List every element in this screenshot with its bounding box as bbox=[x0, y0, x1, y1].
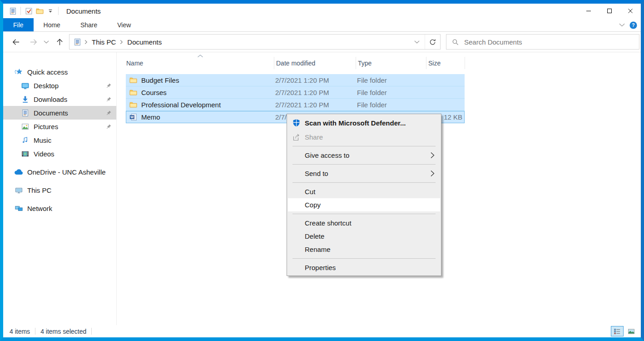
file-name-label: Memo bbox=[141, 113, 160, 121]
breadcrumb-chevron-icon[interactable] bbox=[84, 40, 88, 45]
sort-ascending-icon bbox=[197, 55, 203, 57]
submenu-chevron-icon bbox=[431, 152, 435, 159]
word-icon: W bbox=[129, 113, 137, 121]
breadcrumb-item-this-pc[interactable]: This PC bbox=[91, 38, 117, 46]
menu-item-send-to[interactable]: Send to bbox=[288, 167, 440, 180]
sidebar-item-music[interactable]: Music bbox=[3, 133, 116, 147]
pin-icon[interactable] bbox=[106, 83, 112, 89]
pin-icon[interactable] bbox=[106, 110, 112, 116]
sidebar-item-label: Documents bbox=[34, 109, 68, 117]
breadcrumb-item-documents[interactable]: Documents bbox=[126, 38, 163, 46]
column-headers: NameDate modifiedTypeSize bbox=[117, 57, 465, 69]
dropdown-caret-icon[interactable] bbox=[45, 5, 56, 16]
share-icon bbox=[292, 133, 305, 141]
address-dropdown-chevron-icon[interactable] bbox=[409, 35, 425, 49]
column-header-label: Type bbox=[358, 60, 372, 67]
pin-icon[interactable] bbox=[106, 124, 112, 130]
maximize-icon[interactable] bbox=[599, 4, 620, 18]
forward-arrow-icon[interactable] bbox=[27, 35, 40, 49]
menu-item-cut[interactable]: Cut bbox=[288, 185, 440, 198]
menu-item-rename[interactable]: Rename bbox=[288, 243, 440, 256]
status-bar: 4 items 4 items selected bbox=[3, 325, 641, 337]
menu-item-label: Cut bbox=[305, 188, 436, 196]
thumbnails-view-icon[interactable] bbox=[625, 326, 638, 336]
menu-separator bbox=[292, 182, 436, 183]
view-toggle-buttons bbox=[611, 326, 638, 336]
sidebar-item-videos[interactable]: Videos bbox=[3, 147, 116, 160]
sidebar-item-label: Desktop bbox=[34, 82, 59, 90]
file-name-label: Budget Files bbox=[141, 76, 179, 84]
submenu-chevron-icon bbox=[431, 170, 435, 177]
date-modified-cell: 2/7/2021 1:20 PM bbox=[274, 101, 356, 109]
menu-item-label: Scan with Microsoft Defender... bbox=[305, 119, 436, 127]
onedrive-icon bbox=[14, 168, 23, 176]
sidebar-item-label: Videos bbox=[34, 150, 54, 158]
pin-icon[interactable] bbox=[106, 96, 112, 102]
recent-locations-chevron-icon[interactable] bbox=[42, 35, 50, 49]
refresh-icon[interactable] bbox=[425, 35, 440, 49]
menu-item-share[interactable]: Share bbox=[288, 130, 440, 144]
column-header-type[interactable]: Type bbox=[356, 57, 426, 69]
file-row-budget-files[interactable]: Budget Files2/7/2021 1:20 PMFile folder bbox=[126, 74, 465, 86]
back-arrow-icon[interactable] bbox=[9, 35, 22, 49]
sidebar-item-pictures[interactable]: Pictures bbox=[3, 120, 116, 133]
address-bar[interactable]: This PCDocuments bbox=[69, 34, 441, 50]
up-arrow-icon[interactable] bbox=[53, 35, 66, 49]
close-icon[interactable] bbox=[620, 4, 641, 18]
details-view-icon[interactable] bbox=[611, 326, 624, 336]
menu-item-label: Share bbox=[305, 133, 436, 141]
statusbar-divider bbox=[91, 328, 92, 335]
menu-item-label: Delete bbox=[305, 232, 436, 240]
sidebar-item-documents[interactable]: Documents bbox=[3, 106, 116, 120]
context-menu: Scan with Microsoft Defender...ShareGive… bbox=[287, 114, 441, 276]
navigation-bar: This PCDocuments bbox=[3, 32, 641, 52]
column-header-name[interactable]: Name bbox=[126, 57, 274, 69]
file-name-label: Professional Development bbox=[141, 101, 221, 109]
help-icon[interactable]: ? bbox=[629, 21, 637, 29]
sidebar-item-quick-access[interactable]: Quick access bbox=[3, 65, 116, 79]
sidebar-item-label: This PC bbox=[27, 186, 51, 194]
file-row-professional-development[interactable]: Professional Development2/7/2021 1:20 PM… bbox=[126, 99, 465, 111]
sidebar-item-label: Quick access bbox=[27, 68, 68, 76]
menu-item-copy[interactable]: Copy bbox=[288, 198, 440, 211]
folder-icon bbox=[129, 89, 137, 96]
menu-item-delete[interactable]: Delete bbox=[288, 230, 440, 243]
menu-item-give-access-to[interactable]: Give access to bbox=[288, 149, 440, 162]
minimize-icon[interactable] bbox=[578, 4, 599, 18]
svg-text:W: W bbox=[130, 115, 134, 119]
folder-icon bbox=[129, 101, 137, 109]
title-bar: Documents bbox=[3, 4, 641, 18]
menu-item-create-shortcut[interactable]: Create shortcut bbox=[288, 216, 440, 230]
type-cell: File folder bbox=[356, 89, 426, 96]
breadcrumb-chevron-icon[interactable] bbox=[120, 40, 123, 45]
ribbon-tab-view[interactable]: View bbox=[107, 18, 141, 31]
menu-item-properties[interactable]: Properties bbox=[288, 261, 440, 274]
sidebar-item-this-pc[interactable]: This PC bbox=[3, 183, 116, 197]
ribbon-tab-home[interactable]: Home bbox=[34, 18, 70, 31]
sidebar-item-network[interactable]: Network bbox=[3, 201, 116, 215]
folder-icon[interactable] bbox=[34, 5, 45, 16]
downloads-icon bbox=[20, 95, 30, 103]
search-box[interactable] bbox=[446, 34, 639, 50]
sidebar-item-onedrive-unc-asheville[interactable]: OneDrive - UNC Asheville bbox=[3, 165, 116, 179]
file-row-courses[interactable]: Courses2/7/2021 1:20 PMFile folder bbox=[126, 86, 465, 99]
menu-item-scan-with-microsoft-defender[interactable]: Scan with Microsoft Defender... bbox=[288, 115, 440, 130]
documents-icon bbox=[74, 38, 81, 46]
sidebar-item-downloads[interactable]: Downloads bbox=[3, 92, 116, 106]
checkbox-icon[interactable] bbox=[23, 5, 34, 16]
sidebar-item-label: Pictures bbox=[34, 123, 58, 130]
window-title: Documents bbox=[66, 7, 101, 15]
ribbon-tab-file[interactable]: File bbox=[3, 18, 34, 31]
sidebar-item-desktop[interactable]: Desktop bbox=[3, 79, 116, 92]
date-modified-cell: 2/7/2021 1:20 PM bbox=[274, 76, 356, 84]
ribbon-tab-share[interactable]: Share bbox=[70, 18, 107, 31]
file-name-cell: WMemo bbox=[126, 113, 274, 121]
column-header-date-modified[interactable]: Date modified bbox=[274, 57, 356, 69]
menu-item-label: Create shortcut bbox=[305, 219, 436, 227]
search-input[interactable] bbox=[463, 38, 639, 46]
folder-icon bbox=[129, 76, 137, 84]
menu-separator bbox=[292, 214, 436, 214]
titlebar-separator bbox=[20, 7, 21, 15]
collapse-ribbon-chevron-icon[interactable] bbox=[619, 23, 625, 27]
column-header-size[interactable]: Size bbox=[426, 57, 465, 69]
